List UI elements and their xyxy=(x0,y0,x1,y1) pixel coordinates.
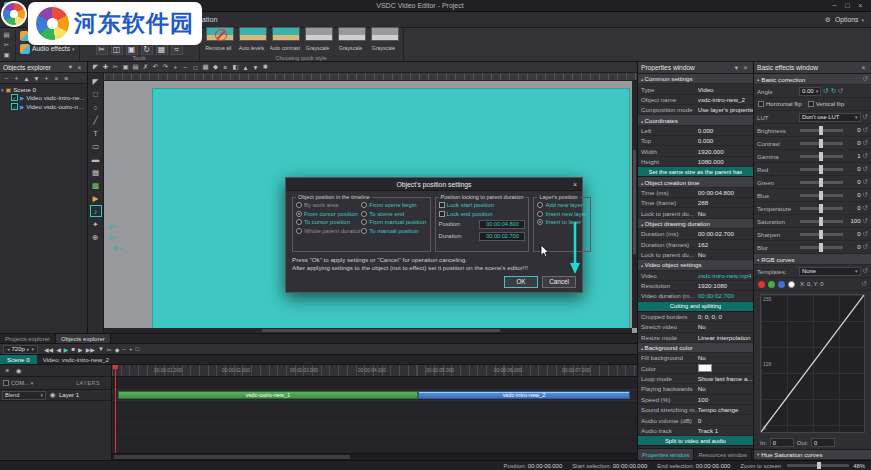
timeline-clip[interactable]: vsdc-outro-new_1 xyxy=(118,391,418,399)
ellipse-icon[interactable]: ○ xyxy=(90,101,102,113)
slider-thumb[interactable] xyxy=(819,165,823,174)
audio-icon[interactable]: ♪ xyxy=(90,205,102,217)
close-button[interactable]: × xyxy=(854,1,867,10)
quick-style-button[interactable]: Grayscale xyxy=(336,30,366,51)
radio-option[interactable]: To cursor position xyxy=(296,219,361,225)
video-icon[interactable]: ▶ xyxy=(90,192,102,204)
property-row[interactable]: Coordinates xyxy=(638,115,753,125)
rectangle-icon[interactable]: □ xyxy=(90,88,102,100)
subtitle-icon[interactable]: ▭ xyxy=(90,140,102,152)
radio-option[interactable]: From manual position xyxy=(361,219,426,225)
property-row[interactable]: Set the same size as the parent has xyxy=(638,167,753,177)
pointer-icon[interactable]: ◤ xyxy=(90,75,102,87)
quick-style-button[interactable]: Auto levels xyxy=(237,30,267,51)
blue-channel-icon[interactable] xyxy=(778,281,785,288)
quick-style-button[interactable]: Remove all xyxy=(204,30,234,51)
property-row[interactable]: Lock to parent du... No xyxy=(638,250,753,260)
close-icon[interactable]: × xyxy=(75,63,84,72)
settings-icon[interactable]: ✱ xyxy=(261,63,270,72)
layer-track[interactable]: vsdc-outro-new_1 vsdc-intro-new_2 xyxy=(112,390,637,401)
move-icon[interactable]: ✚ xyxy=(101,63,110,72)
layer-name[interactable]: Layer 1 xyxy=(59,392,79,398)
snap-icon[interactable]: ◆ xyxy=(115,346,120,353)
zoom-to-screen-label[interactable]: Zoom to screen xyxy=(740,463,781,469)
templates-select[interactable]: None ▾ xyxy=(799,267,861,276)
flip-checkbox[interactable]: Horizontal flip xyxy=(758,101,802,107)
marquee-icon[interactable]: ▬ xyxy=(90,153,102,165)
align-icon[interactable]: ≡ xyxy=(221,63,230,72)
frame-back-icon[interactable]: ◀ xyxy=(56,346,61,353)
property-row[interactable]: Audio track Track 1 xyxy=(638,426,753,436)
empty-track[interactable] xyxy=(112,377,637,390)
property-row[interactable]: Type Video xyxy=(638,84,753,94)
property-row[interactable]: Composition mode Use layer's properties xyxy=(638,105,753,115)
chart-icon[interactable]: ▦ xyxy=(90,166,102,178)
grid-icon[interactable]: ▦ xyxy=(201,63,210,72)
property-row[interactable]: Duration (ms) 00:00:02.700 xyxy=(638,229,753,239)
slider[interactable] xyxy=(800,129,843,132)
tree-item-video[interactable]: ✓ ▶ Video vsdc-intro-new_2 xyxy=(1,93,86,102)
radio-option[interactable]: By work area xyxy=(296,202,361,208)
reset-icon[interactable]: ↺ xyxy=(863,230,868,238)
property-row[interactable]: Object drawing duration xyxy=(638,219,753,229)
reset-icon[interactable]: ↺ xyxy=(863,126,868,134)
radio-option[interactable]: Add new layer xyxy=(537,202,587,208)
fit-screen-icon[interactable]: □ xyxy=(191,63,200,72)
duration-input[interactable]: 00:00:02.700 xyxy=(479,232,525,241)
in-input[interactable]: 0 xyxy=(770,438,794,447)
slider-thumb[interactable] xyxy=(819,204,823,213)
slider-thumb[interactable] xyxy=(819,217,823,226)
reset-icon[interactable]: ↺ xyxy=(863,191,868,199)
property-row[interactable]: Color xyxy=(638,364,753,374)
reset-icon[interactable]: ↺ xyxy=(862,280,867,288)
close-icon[interactable]: × xyxy=(859,63,868,72)
slider[interactable] xyxy=(800,155,843,158)
property-row[interactable]: Height 1080.000 xyxy=(638,157,753,167)
section-hue-saturation[interactable]: ▾ Hue Saturation curves xyxy=(754,449,871,460)
property-row[interactable]: Speed (%) 100 xyxy=(638,395,753,405)
reset-icon[interactable]: ↺ xyxy=(863,165,868,173)
paste-icon[interactable]: ▤ xyxy=(2,30,11,39)
property-row[interactable]: Resize mode Linear interpolation xyxy=(638,333,753,343)
zoom-in-icon[interactable]: + xyxy=(129,346,133,353)
blend-mode-select[interactable]: Blend ▾ xyxy=(2,391,46,400)
reset-icon[interactable]: ↺ xyxy=(863,217,868,225)
options-menu[interactable]: ⚙ Options ▾ xyxy=(823,15,869,24)
reset-icon[interactable]: ↺ xyxy=(863,267,868,275)
ok-button[interactable]: OK xyxy=(504,276,538,288)
property-row[interactable]: Time (ms) 00:00:04.800 xyxy=(638,188,753,198)
horizontal-scrollbar[interactable] xyxy=(104,328,632,333)
undo-icon[interactable]: ↶ xyxy=(151,63,160,72)
checkbox-icon[interactable] xyxy=(3,380,9,386)
quick-style-button[interactable]: Grayscale xyxy=(303,30,333,51)
playhead[interactable] xyxy=(115,365,116,453)
property-row[interactable]: Split to video and audio xyxy=(638,436,753,446)
property-row[interactable]: Resolution 1920:1080 xyxy=(638,281,753,291)
paste-icon[interactable]: ▤ xyxy=(131,63,140,72)
slider[interactable] xyxy=(800,246,843,249)
dock-tab[interactable]: Objects explorer xyxy=(56,334,111,343)
property-row[interactable]: Top 0.000 xyxy=(638,136,753,146)
counter-icon[interactable]: ⊕ xyxy=(90,231,102,243)
select-icon[interactable]: ◤ xyxy=(91,63,100,72)
scissors-icon[interactable]: ✂ xyxy=(111,63,120,72)
property-row[interactable]: Common settings xyxy=(638,74,753,84)
close-icon[interactable]: × xyxy=(741,63,750,72)
property-row[interactable]: Audio volume (dB) 0 xyxy=(638,415,753,425)
timeline-ruler[interactable]: 00:00:01.00000:00:02.00000:00:03.00000:0… xyxy=(112,365,637,377)
panel-tab[interactable]: Properties window xyxy=(638,449,694,460)
slider[interactable] xyxy=(800,207,843,210)
property-row[interactable]: Object name vsdc-intro-new_2 xyxy=(638,95,753,105)
property-row[interactable]: Duration (frames) 162 xyxy=(638,240,753,250)
checkbox-icon[interactable]: ✓ xyxy=(11,103,18,110)
zoom-slider[interactable] xyxy=(787,464,849,467)
slider-thumb[interactable] xyxy=(819,126,823,135)
breadcrumb[interactable]: Video: vsdc-intro-new_2 xyxy=(37,355,115,364)
lut-select[interactable]: Don't use LUT ▾ xyxy=(799,113,861,122)
reset-icon[interactable]: ↺ xyxy=(863,204,868,212)
property-row[interactable]: Left 0.000 xyxy=(638,126,753,136)
timeline-scrollbar[interactable] xyxy=(112,453,637,460)
radio-option[interactable]: Insert new layer xyxy=(537,211,587,217)
eye-icon[interactable]: ◉ xyxy=(48,391,57,400)
property-row[interactable]: Playing backwards No xyxy=(638,384,753,394)
